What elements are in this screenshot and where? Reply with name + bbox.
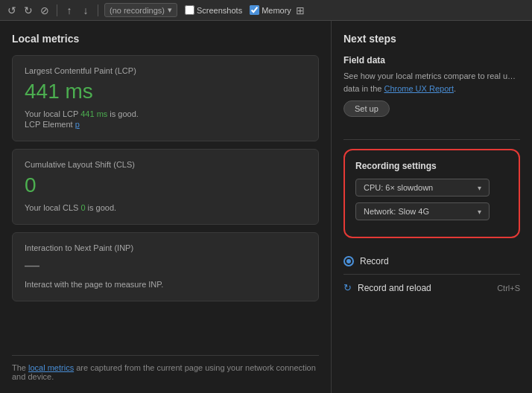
cls-card-title: Cumulative Layout Shift (CLS) — [25, 160, 306, 169]
back-icon[interactable]: ↺ — [6, 4, 18, 16]
lcp-desc-prefix: Your local LCP — [25, 109, 80, 118]
reload-icon[interactable]: ↻ — [22, 4, 34, 16]
screenshots-checkbox-label[interactable]: Screenshots — [185, 5, 242, 15]
cls-desc-suffix: is good. — [86, 203, 117, 212]
upload-icon[interactable]: ↑ — [63, 4, 75, 16]
inp-description: Interact with the page to measure INP. — [25, 280, 306, 289]
cpu-dropdown-arrow-icon: ▾ — [478, 184, 481, 192]
recording-settings-heading: Recording settings — [355, 161, 508, 171]
lcp-description: Your local LCP 441 ms is good. — [25, 109, 306, 118]
download-icon[interactable]: ↓ — [80, 4, 92, 16]
network-label: Network: Slow 4G — [364, 207, 429, 216]
lcp-desc-suffix: is good. — [107, 109, 139, 118]
cpu-label: CPU: 6× slowdown — [364, 183, 433, 192]
lcp-card: Largest Contentful Paint (LCP) 441 ms Yo… — [12, 55, 319, 141]
cpu-dropdown-row: CPU: 6× slowdown ▾ — [355, 179, 508, 196]
cls-desc-prefix: Your local CLS — [25, 203, 80, 212]
separator-2 — [98, 4, 98, 16]
network-dropdown[interactable]: Network: Slow 4G ▾ — [355, 202, 490, 220]
right-panel: Next steps Field data See how your local… — [332, 21, 532, 393]
screenshots-label: Screenshots — [197, 6, 242, 15]
cls-description: Your local CLS 0 is good. — [25, 203, 306, 212]
screenshots-checkbox[interactable] — [185, 5, 194, 15]
dropdown-arrow-icon: ▾ — [168, 5, 172, 15]
record-reload-label[interactable]: Record and reload — [358, 283, 431, 293]
inp-card: Interaction to Next Paint (INP) — Intera… — [12, 232, 319, 301]
record-dot — [346, 259, 351, 263]
right-panel-title: Next steps — [343, 33, 520, 45]
record-label[interactable]: Record — [360, 256, 389, 266]
chrome-ux-link[interactable]: Chrome UX Report — [384, 84, 454, 93]
footer-prefix: The — [12, 363, 28, 372]
lcp-value: 441 ms — [25, 80, 306, 103]
setup-button[interactable]: Set up — [343, 100, 390, 117]
divider — [343, 139, 520, 140]
reload-circle-icon: ↻ — [343, 282, 352, 293]
field-data-text: See how your local metrics compare to re… — [343, 70, 520, 95]
record-left: Record — [343, 256, 389, 266]
record-item: Record — [343, 249, 520, 275]
local-metrics-link[interactable]: local metrics — [28, 363, 74, 372]
record-circle-icon — [343, 256, 354, 266]
film-strip-icon[interactable]: ⊞ — [296, 4, 305, 16]
cancel-icon[interactable]: ⊘ — [39, 4, 51, 16]
cls-card: Cumulative Layout Shift (CLS) 0 Your loc… — [12, 149, 319, 225]
cls-value: 0 — [25, 173, 306, 197]
toolbar: ↺ ↻ ⊘ ↑ ↓ (no recordings) ▾ Screenshots … — [0, 0, 532, 21]
recording-settings: Recording settings CPU: 6× slowdown ▾ Ne… — [343, 149, 520, 238]
field-data-heading: Field data — [343, 55, 520, 66]
lcp-element-link[interactable]: p — [75, 120, 80, 129]
lcp-element-label: LCP Element — [25, 120, 75, 129]
memory-label: Memory — [262, 6, 291, 15]
record-reload-item: ↻ Record and reload Ctrl+S — [343, 275, 520, 301]
field-data-text-suffix: . — [454, 84, 456, 93]
inp-card-title: Interaction to Next Paint (INP) — [25, 243, 306, 252]
separator-1 — [57, 4, 57, 16]
recordings-label: (no recordings) — [110, 6, 165, 15]
memory-checkbox-label[interactable]: Memory — [250, 5, 291, 15]
network-dropdown-row: Network: Slow 4G ▾ — [355, 202, 508, 220]
recordings-dropdown[interactable]: (no recordings) ▾ — [104, 3, 177, 17]
network-dropdown-arrow-icon: ▾ — [478, 208, 481, 216]
toolbar-checkboxes: Screenshots Memory — [185, 5, 291, 15]
memory-checkbox[interactable] — [250, 5, 259, 15]
footer-note: The local metrics are captured from the … — [12, 355, 319, 381]
main-content: Local metrics Largest Contentful Paint (… — [0, 21, 532, 393]
lcp-desc-value: 441 ms — [80, 109, 107, 118]
lcp-card-title: Largest Contentful Paint (LCP) — [25, 66, 306, 75]
left-panel: Local metrics Largest Contentful Paint (… — [0, 21, 332, 393]
field-data-section: Field data See how your local metrics co… — [343, 55, 520, 117]
inp-value: — — [25, 257, 306, 274]
left-panel-title: Local metrics — [12, 33, 319, 45]
record-reload-shortcut: Ctrl+S — [497, 284, 520, 293]
record-section: Record ↻ Record and reload Ctrl+S — [343, 249, 520, 301]
record-reload-left: ↻ Record and reload — [343, 282, 431, 293]
cpu-dropdown[interactable]: CPU: 6× slowdown ▾ — [355, 179, 490, 196]
lcp-element: LCP Element p — [25, 120, 306, 129]
